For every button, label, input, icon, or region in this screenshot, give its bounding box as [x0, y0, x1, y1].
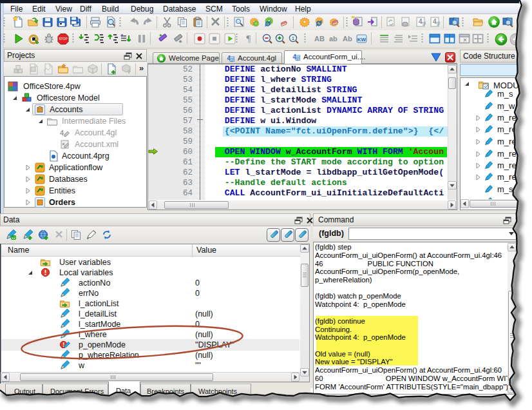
- svg-text:¶: ¶: [247, 34, 251, 44]
- svg-text:gl: gl: [423, 21, 426, 26]
- svg-text:STOP: STOP: [59, 37, 68, 41]
- svg-text:gl: gl: [231, 57, 234, 62]
- svg-text:ab: ab: [329, 35, 337, 43]
- svg-text:gl: gl: [437, 21, 441, 26]
- svg-text:1: 1: [292, 35, 295, 41]
- svg-text:gl: gl: [296, 55, 300, 61]
- svg-text:4: 4: [60, 129, 64, 137]
- svg-text:KW: KW: [357, 37, 366, 43]
- svg-text:Ab: Ab: [343, 35, 352, 43]
- svg-text:AB: AB: [314, 35, 325, 43]
